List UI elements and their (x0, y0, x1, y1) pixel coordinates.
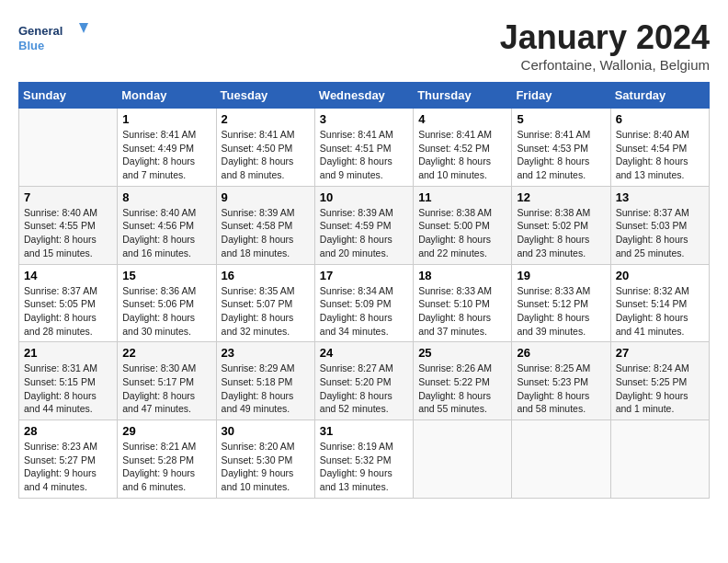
day-info: Sunrise: 8:25 AMSunset: 5:23 PMDaylight:… (517, 362, 605, 416)
table-row: 10Sunrise: 8:39 AMSunset: 4:59 PMDayligh… (314, 186, 413, 264)
day-number: 28 (24, 424, 112, 438)
day-info: Sunrise: 8:41 AMSunset: 4:49 PMDaylight:… (122, 128, 210, 182)
calendar-week-row: 28Sunrise: 8:23 AMSunset: 5:27 PMDayligh… (19, 420, 710, 499)
calendar-week-row: 14Sunrise: 8:37 AMSunset: 5:05 PMDayligh… (19, 264, 710, 342)
day-info: Sunrise: 8:37 AMSunset: 5:03 PMDaylight:… (616, 206, 704, 260)
day-number: 6 (616, 112, 704, 126)
logo-svg: General Blue (18, 18, 92, 55)
day-info: Sunrise: 8:41 AMSunset: 4:52 PMDaylight:… (418, 128, 506, 182)
col-monday: Monday (118, 83, 216, 109)
day-number: 8 (122, 190, 210, 204)
day-number: 5 (517, 112, 605, 126)
calendar-week-row: 1Sunrise: 8:41 AMSunset: 4:49 PMDaylight… (19, 109, 710, 187)
table-row: 15Sunrise: 8:36 AMSunset: 5:06 PMDayligh… (118, 264, 216, 342)
table-row: 9Sunrise: 8:39 AMSunset: 4:58 PMDaylight… (216, 186, 314, 264)
page-header: General Blue January 2024 Cerfontaine, W… (18, 18, 710, 73)
day-number: 2 (222, 112, 310, 126)
day-number: 25 (418, 346, 506, 360)
table-row: 1Sunrise: 8:41 AMSunset: 4:49 PMDaylight… (118, 109, 216, 187)
calendar-table: Sunday Monday Tuesday Wednesday Thursday… (18, 82, 710, 499)
day-number: 12 (517, 190, 605, 204)
table-row: 4Sunrise: 8:41 AMSunset: 4:52 PMDaylight… (414, 109, 512, 187)
col-tuesday: Tuesday (216, 83, 314, 109)
table-row: 29Sunrise: 8:21 AMSunset: 5:28 PMDayligh… (118, 420, 216, 499)
day-info: Sunrise: 8:36 AMSunset: 5:06 PMDaylight:… (122, 284, 210, 339)
day-info: Sunrise: 8:37 AMSunset: 5:05 PMDaylight:… (24, 284, 112, 339)
day-info: Sunrise: 8:24 AMSunset: 5:25 PMDaylight:… (616, 362, 704, 416)
table-row (414, 420, 512, 499)
table-row: 30Sunrise: 8:20 AMSunset: 5:30 PMDayligh… (216, 420, 314, 499)
table-row: 7Sunrise: 8:40 AMSunset: 4:55 PMDaylight… (19, 186, 118, 264)
table-row: 18Sunrise: 8:33 AMSunset: 5:10 PMDayligh… (414, 264, 512, 342)
day-info: Sunrise: 8:41 AMSunset: 4:51 PMDaylight:… (320, 128, 408, 182)
table-row: 21Sunrise: 8:31 AMSunset: 5:15 PMDayligh… (19, 342, 118, 420)
day-info: Sunrise: 8:19 AMSunset: 5:32 PMDaylight:… (320, 440, 408, 494)
table-row: 13Sunrise: 8:37 AMSunset: 5:03 PMDayligh… (610, 186, 709, 264)
table-row: 3Sunrise: 8:41 AMSunset: 4:51 PMDaylight… (314, 109, 413, 187)
day-number: 10 (320, 190, 408, 204)
table-row: 8Sunrise: 8:40 AMSunset: 4:56 PMDaylight… (118, 186, 216, 264)
day-info: Sunrise: 8:41 AMSunset: 4:50 PMDaylight:… (222, 128, 310, 182)
table-row: 25Sunrise: 8:26 AMSunset: 5:22 PMDayligh… (414, 342, 512, 420)
day-number: 15 (122, 269, 210, 282)
day-info: Sunrise: 8:32 AMSunset: 5:14 PMDaylight:… (616, 284, 704, 339)
day-info: Sunrise: 8:40 AMSunset: 4:54 PMDaylight:… (616, 128, 704, 182)
day-info: Sunrise: 8:21 AMSunset: 5:28 PMDaylight:… (122, 440, 210, 494)
day-info: Sunrise: 8:38 AMSunset: 5:00 PMDaylight:… (418, 206, 506, 260)
day-number: 22 (122, 346, 210, 360)
day-number: 30 (222, 424, 310, 438)
day-number: 19 (517, 269, 605, 282)
day-number: 24 (320, 346, 408, 360)
table-row: 2Sunrise: 8:41 AMSunset: 4:50 PMDaylight… (216, 109, 314, 187)
day-info: Sunrise: 8:38 AMSunset: 5:02 PMDaylight:… (517, 206, 605, 260)
day-number: 4 (418, 112, 506, 126)
day-number: 17 (320, 269, 408, 282)
table-row: 17Sunrise: 8:34 AMSunset: 5:09 PMDayligh… (314, 264, 413, 342)
day-info: Sunrise: 8:29 AMSunset: 5:18 PMDaylight:… (222, 362, 310, 416)
table-row: 27Sunrise: 8:24 AMSunset: 5:25 PMDayligh… (610, 342, 709, 420)
location-subtitle: Cerfontaine, Wallonia, Belgium (500, 57, 710, 73)
logo: General Blue (18, 18, 92, 55)
title-block: January 2024 Cerfontaine, Wallonia, Belg… (500, 18, 710, 73)
table-row: 31Sunrise: 8:19 AMSunset: 5:32 PMDayligh… (314, 420, 413, 499)
day-info: Sunrise: 8:26 AMSunset: 5:22 PMDaylight:… (418, 362, 506, 416)
col-sunday: Sunday (19, 83, 118, 109)
day-number: 11 (418, 190, 506, 204)
calendar-header-row: Sunday Monday Tuesday Wednesday Thursday… (19, 83, 710, 109)
day-info: Sunrise: 8:33 AMSunset: 5:10 PMDaylight:… (418, 284, 506, 339)
day-info: Sunrise: 8:40 AMSunset: 4:55 PMDaylight:… (24, 206, 112, 260)
day-number: 23 (222, 346, 310, 360)
day-number: 27 (616, 346, 704, 360)
day-number: 21 (24, 346, 112, 360)
day-info: Sunrise: 8:41 AMSunset: 4:53 PMDaylight:… (517, 128, 605, 182)
table-row: 16Sunrise: 8:35 AMSunset: 5:07 PMDayligh… (216, 264, 314, 342)
table-row: 24Sunrise: 8:27 AMSunset: 5:20 PMDayligh… (314, 342, 413, 420)
day-number: 13 (616, 190, 704, 204)
table-row: 5Sunrise: 8:41 AMSunset: 4:53 PMDaylight… (512, 109, 610, 187)
table-row (512, 420, 610, 499)
table-row: 22Sunrise: 8:30 AMSunset: 5:17 PMDayligh… (118, 342, 216, 420)
col-friday: Friday (512, 83, 610, 109)
month-title: January 2024 (500, 18, 710, 57)
day-info: Sunrise: 8:33 AMSunset: 5:12 PMDaylight:… (517, 284, 605, 339)
day-number: 14 (24, 269, 112, 282)
day-number: 18 (418, 269, 506, 282)
day-number: 31 (320, 424, 408, 438)
day-number: 29 (122, 424, 210, 438)
table-row: 20Sunrise: 8:32 AMSunset: 5:14 PMDayligh… (610, 264, 709, 342)
day-info: Sunrise: 8:34 AMSunset: 5:09 PMDaylight:… (320, 284, 408, 339)
day-number: 1 (122, 112, 210, 126)
col-saturday: Saturday (610, 83, 709, 109)
table-row: 26Sunrise: 8:25 AMSunset: 5:23 PMDayligh… (512, 342, 610, 420)
table-row: 14Sunrise: 8:37 AMSunset: 5:05 PMDayligh… (19, 264, 118, 342)
table-row: 6Sunrise: 8:40 AMSunset: 4:54 PMDaylight… (610, 109, 709, 187)
day-number: 7 (24, 190, 112, 204)
svg-text:General: General (18, 24, 63, 38)
table-row: 12Sunrise: 8:38 AMSunset: 5:02 PMDayligh… (512, 186, 610, 264)
day-number: 16 (222, 269, 310, 282)
day-info: Sunrise: 8:39 AMSunset: 4:58 PMDaylight:… (222, 206, 310, 260)
day-info: Sunrise: 8:40 AMSunset: 4:56 PMDaylight:… (122, 206, 210, 260)
calendar-week-row: 7Sunrise: 8:40 AMSunset: 4:55 PMDaylight… (19, 186, 710, 264)
col-thursday: Thursday (414, 83, 512, 109)
day-info: Sunrise: 8:39 AMSunset: 4:59 PMDaylight:… (320, 206, 408, 260)
